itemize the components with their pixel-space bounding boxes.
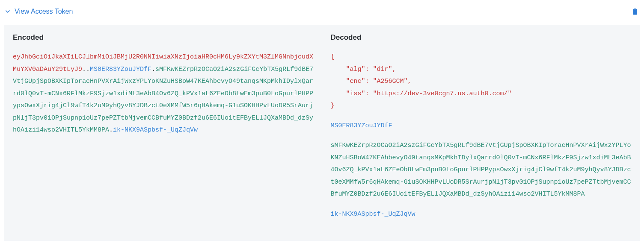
token-panel: Encoded eyJhbGciOiJkaXIiLCJlbmMiOiJBMjU2… [4,25,640,241]
decoded-column: Decoded { "alg": "dir", "enc": "A256GCM"… [322,33,640,228]
dot-separator: .. [82,66,90,73]
encoded-token: eyJhbGciOiJkaXIiLCJlbmMiOiJBMjU2R0NNIiwi… [13,51,314,137]
encoded-column: Encoded eyJhbGciOiJkaXIiLCJlbmMiOiJBMjU2… [4,33,322,228]
json-line: "alg": "dir", [331,64,632,76]
decoded-ciphertext: sMFKwKEZrpRzOCaO2iA2szGiFGcYbTX5gRLf9dBE… [331,140,632,201]
decoded-iv: MS0ER83YZouJYDfF [331,120,632,132]
view-token-label: View Access Token [15,8,73,15]
json-line: { [331,51,632,64]
view-token-toggle[interactable]: View Access Token [4,8,73,15]
encoded-ciphertext: sMFKwKEZrpRzOCaO2iA2szGiFGcYbTX5gRLf9dBE… [13,66,313,134]
decoded-title: Decoded [331,33,632,42]
json-line: } [331,100,632,112]
clipboard-icon [631,7,639,16]
dot-separator: . [151,66,155,73]
encoded-tag: ik-NKX9ASpbsf-_UqZJqVw [113,126,198,134]
json-line: "enc": "A256GCM", [331,76,632,88]
encoded-title: Encoded [13,33,314,42]
decoded-tag: ik-NKX9ASpbsf-_UqZJqVw [331,208,632,221]
header-row: View Access Token [4,4,640,19]
json-line: "iss": "https://dev-3ve0cgn7.us.auth0.co… [331,88,632,100]
decoded-header-json: { "alg": "dir", "enc": "A256GCM", "iss":… [331,51,632,112]
copy-button[interactable] [630,7,640,16]
chevron-down-icon [4,8,11,15]
encoded-iv: MS0ER83YZouJYDfF [90,66,151,73]
dot-separator: . [109,126,113,134]
